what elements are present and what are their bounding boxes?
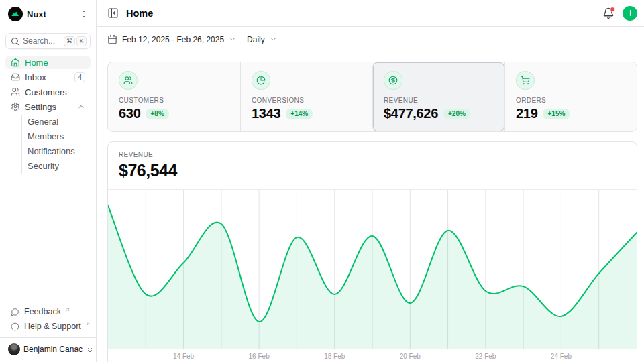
chevron-up-icon <box>77 103 85 111</box>
workspace-name: Nuxt <box>27 9 46 19</box>
granularity-select[interactable]: Daily <box>247 35 277 44</box>
settings-subnav: GeneralMembersNotificationsSecurity <box>21 115 91 174</box>
workspace-switcher[interactable]: Nuxt <box>5 5 91 23</box>
page-title: Home <box>126 8 153 19</box>
sidebar-item-home[interactable]: Home <box>5 56 91 69</box>
kbd-k: K <box>76 36 87 46</box>
users-icon <box>119 71 138 90</box>
date-range-picker[interactable]: Feb 12, 2025 - Feb 26, 2025 <box>107 34 236 44</box>
avatar <box>8 343 20 355</box>
stat-value: 219 <box>516 106 537 121</box>
search-shortcut: ⌘K <box>64 36 87 46</box>
inbox-icon <box>11 72 20 82</box>
granularity-label: Daily <box>247 35 265 44</box>
sidebar-nav: Home Inbox4 Customers SettingsGeneralMem… <box>5 56 91 175</box>
notifications-bell-icon[interactable] <box>602 7 614 19</box>
topbar: Home <box>97 0 644 27</box>
chart-x-axis: 14 Feb16 Feb18 Feb20 Feb22 Feb24 Feb <box>108 349 637 362</box>
topbar-actions <box>602 6 637 21</box>
nuxt-logo-icon <box>8 7 23 21</box>
sidebar-collapse-icon[interactable] <box>107 7 119 19</box>
calendar-icon <box>107 34 117 44</box>
stat-card-customers[interactable]: CUSTOMERS 630 +8% <box>108 62 240 131</box>
chart-value: $76,544 <box>119 161 626 180</box>
chevron-down-icon <box>229 36 236 43</box>
arrow-up-right-icon <box>65 307 70 312</box>
chart-label: REVENUE <box>119 151 626 158</box>
sidebar-link-label: Feedback <box>24 307 61 316</box>
filter-toolbar: Feb 12, 2025 - Feb 26, 2025 Daily <box>97 27 644 52</box>
sidebar-subitem-notifications[interactable]: Notifications <box>22 144 91 159</box>
x-axis-tick: 18 Feb <box>324 353 345 360</box>
chat-bubble-icon <box>11 308 19 316</box>
pie-chart-icon <box>252 71 270 90</box>
main-area: Home Feb 12, 2025 - Feb 26, 2025 Daily C… <box>97 0 644 362</box>
chevron-down-icon <box>270 36 277 43</box>
search-placeholder: Search... <box>23 36 55 46</box>
sidebar-subitem-security[interactable]: Security <box>22 159 91 174</box>
x-axis-tick: 24 Feb <box>551 353 572 360</box>
kbd--: ⌘ <box>64 36 75 46</box>
sidebar-item-customers[interactable]: Customers <box>5 85 91 99</box>
sidebar-link-feedback[interactable]: Feedback <box>5 305 91 318</box>
stat-delta-badge: +20% <box>443 109 470 119</box>
chevrons-up-down-icon <box>86 345 94 353</box>
add-button[interactable] <box>623 6 637 21</box>
home-icon <box>11 58 20 67</box>
sidebar-subitem-general[interactable]: General <box>22 115 91 129</box>
circle-dollar-icon <box>384 71 402 90</box>
search-input[interactable]: Search... ⌘K <box>5 33 91 49</box>
stat-label: REVENUE <box>384 97 494 104</box>
sidebar-divider <box>0 337 96 338</box>
user-name: Benjamin Canac <box>23 345 83 354</box>
sidebar-footer: Feedback Help & Support Benjamin Canac <box>5 305 91 357</box>
sidebar-item-label: Inbox <box>25 72 46 82</box>
revenue-chart-card: REVENUE $76,544 14 Feb16 Feb18 Feb20 Feb… <box>107 141 637 362</box>
sidebar-item-settings[interactable]: Settings <box>5 100 91 113</box>
revenue-chart[interactable]: 14 Feb16 Feb18 Feb20 Feb22 Feb24 Feb <box>108 190 637 349</box>
chart-header: REVENUE $76,544 <box>108 142 637 190</box>
users-icon <box>11 87 20 97</box>
x-axis-tick: 20 Feb <box>400 353 421 360</box>
sidebar-subitem-members[interactable]: Members <box>22 129 91 144</box>
stat-value: $477,626 <box>384 106 438 121</box>
stat-label: ORDERS <box>516 97 626 104</box>
sidebar-item-inbox[interactable]: Inbox4 <box>5 70 91 84</box>
stat-value: 1343 <box>252 106 280 121</box>
x-axis-tick: 16 Feb <box>249 353 270 360</box>
page-content: CUSTOMERS 630 +8% CONVERSIONS 1343 +14% … <box>97 52 644 362</box>
chart-svg <box>108 190 637 349</box>
notification-dot <box>610 7 615 12</box>
sidebar-item-label: Settings <box>25 102 56 112</box>
user-menu[interactable]: Benjamin Canac <box>5 342 91 357</box>
stat-value: 630 <box>119 106 140 121</box>
app: Nuxt Search... ⌘K Home Inbox4 Customers … <box>0 0 644 362</box>
sidebar-item-label: Home <box>25 58 48 68</box>
gear-icon <box>11 102 20 111</box>
date-range-label: Feb 12, 2025 - Feb 26, 2025 <box>122 35 224 44</box>
stat-card-orders[interactable]: ORDERS 219 +15% <box>504 62 637 131</box>
x-axis-tick: 14 Feb <box>173 353 194 360</box>
sidebar-link-label: Help & Support <box>24 322 81 331</box>
stat-delta-badge: +15% <box>543 109 570 119</box>
search-icon <box>11 37 19 46</box>
stat-delta-badge: +8% <box>146 109 168 119</box>
stat-delta-badge: +14% <box>286 109 313 119</box>
inbox-count-badge: 4 <box>74 72 85 82</box>
arrow-up-right-icon <box>85 322 91 327</box>
cart-icon <box>516 71 535 90</box>
sidebar-link-help-support[interactable]: Help & Support <box>5 320 91 333</box>
stats-row: CUSTOMERS 630 +8% CONVERSIONS 1343 +14% … <box>107 62 637 132</box>
sidebar: Nuxt Search... ⌘K Home Inbox4 Customers … <box>0 0 97 362</box>
chevrons-up-down-icon <box>80 10 88 18</box>
info-icon <box>11 322 19 331</box>
stat-card-revenue[interactable]: REVENUE $477,626 +20% <box>372 62 504 131</box>
stat-card-conversions[interactable]: CONVERSIONS 1343 +14% <box>240 62 372 131</box>
stat-label: CUSTOMERS <box>119 97 229 104</box>
stat-label: CONVERSIONS <box>252 97 362 104</box>
sidebar-item-label: Customers <box>25 87 67 97</box>
x-axis-tick: 22 Feb <box>475 353 496 360</box>
